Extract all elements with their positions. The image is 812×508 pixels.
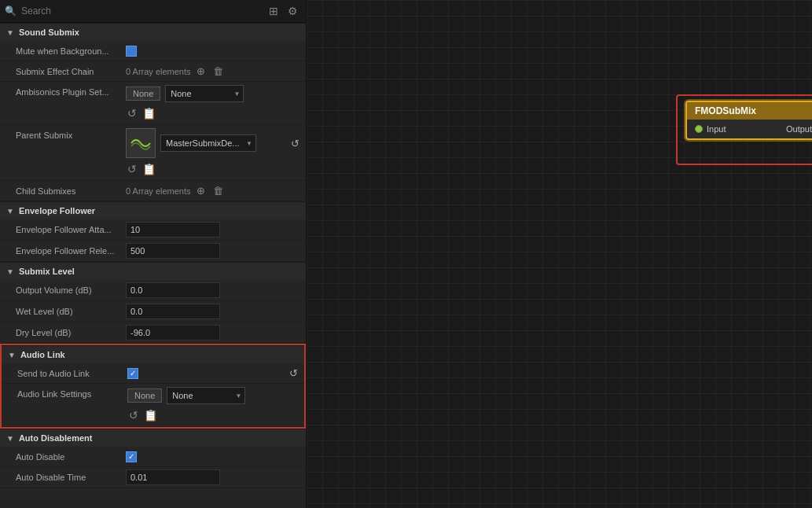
audio-link-section: ▼ Audio Link Send to Audio Link ✓ ↺ Audi… [0, 344, 306, 429]
wet-level-row: Wet Level (dB) [0, 301, 306, 322]
fmod-output-label: Output [786, 124, 812, 134]
envelope-follower-title: Envelope Follower [19, 206, 95, 215]
auto-disable-row: Auto Disable ✓ [0, 447, 306, 467]
ambisonics-dropdown-wrap: None [165, 85, 244, 102]
send-to-audio-link-label: Send to Audio Link [17, 369, 127, 378]
envelope-attack-input[interactable] [126, 222, 220, 237]
reload-icon-parent-submix[interactable]: ↺ [126, 161, 138, 177]
auto-disablement-title: Auto Disablement [19, 433, 93, 443]
child-submixes-row: Child Submixes 0 Array elements ⊕ 🗑 [0, 181, 306, 201]
node-graph-canvas[interactable]: FMODSubMix Input Output MasterSubmixDefa… [307, 0, 812, 508]
fmod-output-port[interactable]: Output [786, 124, 812, 134]
mute-when-background-row: Mute when Backgroun... [0, 41, 306, 61]
connection-lines [307, 0, 812, 508]
audio-link-dropdown[interactable]: None [167, 387, 245, 404]
child-submixes-text: 0 Array elements [126, 186, 191, 196]
parent-submix-thumb [126, 128, 156, 158]
output-volume-label: Output Volume (dB) [16, 285, 126, 295]
auto-disable-value: ✓ [126, 451, 299, 462]
fmod-input-label: Input [707, 124, 726, 134]
remove-submix-effect-button[interactable]: 🗑 [211, 64, 226, 78]
ambisonics-dropdown[interactable]: None [165, 85, 244, 102]
ambisonics-value: None None ↺ 📋 [126, 85, 299, 121]
audio-link-header[interactable]: ▼ Audio Link [2, 345, 304, 363]
envelope-attack-label: Envelope Follower Atta... [16, 225, 126, 234]
submix-effect-chain-text: 0 Array elements [126, 67, 191, 76]
send-to-audio-link-row: Send to Audio Link ✓ ↺ [2, 363, 304, 384]
search-input[interactable] [21, 6, 261, 17]
parent-submix-dropdown-wrap: MasterSubmixDe... [160, 134, 256, 152]
send-to-audio-link-checkbox[interactable]: ✓ [127, 368, 138, 379]
ambisonics-none-badge: None [126, 87, 160, 101]
submix-effect-chain-row: Submix Effect Chain 0 Array elements ⊕ 🗑 [0, 61, 306, 82]
auto-disable-time-input[interactable] [126, 469, 220, 485]
ambisonics-row: Ambisonics Plugin Set... None None ↺ 📋 [0, 82, 306, 125]
left-panel: 🔍 ⊞ ⚙ ▼ Sound Submix Mute when Backgroun… [0, 0, 307, 508]
parent-submix-dropdown[interactable]: MasterSubmixDe... [160, 134, 256, 152]
audio-link-dropdown-wrap: None [167, 387, 245, 404]
wet-level-input[interactable] [126, 304, 220, 319]
parent-submix-icon-row: ↺ 📋 [126, 161, 299, 177]
dry-level-value [126, 325, 299, 341]
add-child-submix-button[interactable]: ⊕ [194, 184, 208, 197]
ambisonics-label: Ambisonics Plugin Set... [16, 85, 126, 97]
submix-level-header[interactable]: ▼ Submix Level [0, 262, 306, 280]
submix-effect-chain-value: 0 Array elements ⊕ 🗑 [126, 64, 299, 78]
audio-link-title: Audio Link [20, 350, 65, 359]
output-volume-value [126, 282, 299, 298]
wet-level-label: Wet Level (dB) [16, 307, 126, 316]
envelope-release-value [126, 243, 299, 259]
mute-value [126, 46, 299, 57]
browse-icon-ambisonics[interactable]: 📋 [141, 105, 157, 121]
dry-level-label: Dry Level (dB) [16, 328, 126, 337]
auto-disable-time-row: Auto Disable Time [0, 467, 306, 488]
fmod-submix-node[interactable]: FMODSubMix Input Output [685, 101, 812, 140]
sound-submix-header[interactable]: ▼ Sound Submix [0, 23, 306, 41]
ambisonics-icon-row: ↺ 📋 [126, 105, 299, 121]
mute-checkbox[interactable] [126, 46, 137, 57]
grid-view-button[interactable]: ⊞ [266, 3, 281, 19]
reset-send-audio-link-button[interactable]: ↺ [289, 367, 298, 379]
envelope-release-input[interactable] [126, 243, 220, 259]
audio-link-settings-label: Audio Link Settings [17, 387, 127, 399]
audio-link-settings-row: Audio Link Settings None None ↺ 📋 [2, 384, 304, 427]
remove-child-submix-button[interactable]: 🗑 [211, 184, 226, 197]
reload-icon-ambisonics[interactable]: ↺ [126, 105, 138, 121]
collapse-arrow-envelope: ▼ [6, 207, 14, 215]
envelope-follower-header[interactable]: ▼ Envelope Follower [0, 201, 306, 219]
output-volume-input[interactable] [126, 282, 220, 298]
parent-submix-label: Parent Submix [16, 128, 126, 140]
envelope-release-row: Envelope Follower Rele... [0, 241, 306, 262]
dry-level-input[interactable] [126, 325, 220, 341]
toolbar-icons: ⊞ ⚙ [266, 3, 301, 19]
auto-disablement-header[interactable]: ▼ Auto Disablement [0, 429, 306, 447]
child-submixes-value: 0 Array elements ⊕ 🗑 [126, 184, 299, 197]
fmod-input-dot[interactable] [695, 125, 703, 133]
audio-link-settings-value: None None ↺ 📋 [127, 387, 298, 423]
dry-level-row: Dry Level (dB) [0, 322, 306, 344]
auto-disable-checkbox[interactable]: ✓ [126, 451, 137, 462]
fmod-node-header: FMODSubMix [687, 102, 812, 120]
settings-button[interactable]: ⚙ [285, 3, 301, 19]
reload-icon-audio-link[interactable]: ↺ [127, 407, 140, 423]
submix-level-title: Submix Level [19, 267, 75, 276]
child-submixes-label: Child Submixes [16, 186, 126, 196]
browse-icon-audio-link[interactable]: 📋 [142, 407, 159, 423]
reset-parent-submix-button[interactable]: ↺ [291, 138, 299, 149]
audio-link-none-badge: None [127, 388, 162, 403]
auto-disable-label: Auto Disable [16, 452, 126, 462]
fmod-input-port[interactable]: Input [695, 124, 726, 134]
add-submix-effect-button[interactable]: ⊕ [194, 64, 208, 78]
wet-level-value [126, 304, 299, 319]
browse-icon-parent-submix[interactable]: 📋 [141, 161, 157, 177]
collapse-arrow-auto-disablement: ▼ [6, 434, 14, 443]
collapse-arrow-sound-submix: ▼ [6, 28, 14, 37]
envelope-attack-value [126, 222, 299, 237]
send-to-audio-link-value: ✓ ↺ [127, 367, 298, 379]
envelope-release-label: Envelope Follower Rele... [16, 246, 126, 256]
audio-link-icon-row: ↺ 📋 [127, 407, 298, 423]
auto-disable-time-label: Auto Disable Time [16, 473, 126, 482]
submix-effect-chain-label: Submix Effect Chain [16, 67, 126, 76]
output-volume-row: Output Volume (dB) [0, 280, 306, 301]
search-bar: 🔍 ⊞ ⚙ [0, 0, 306, 23]
